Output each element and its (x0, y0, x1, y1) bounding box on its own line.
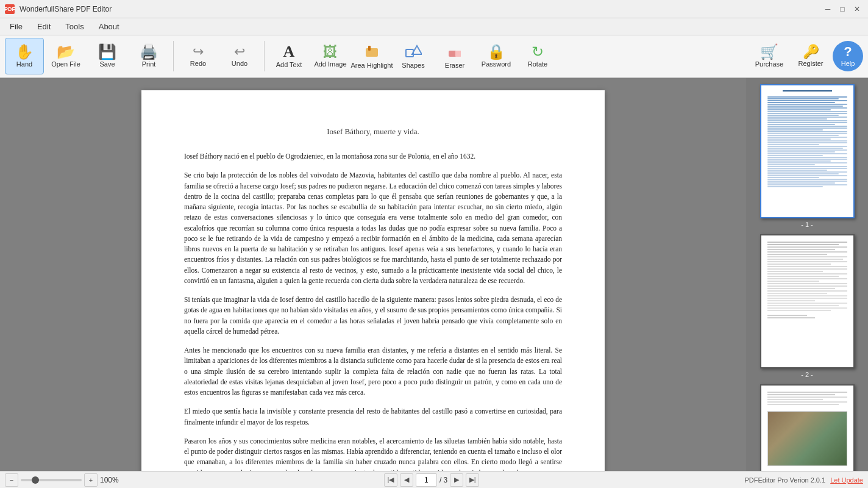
undo-icon: ↩ (234, 45, 245, 59)
print-icon: 🖨️ (140, 45, 158, 59)
password-icon: 🔒 (487, 45, 505, 59)
shapes-label: Shapes (402, 62, 424, 69)
shapes-button[interactable]: Shapes (394, 38, 433, 74)
zoom-percent: 100% (100, 476, 119, 484)
zoom-controls: − + 100% (5, 473, 119, 487)
pdf-viewer[interactable]: Iosef Báthory, muerte y vida. Iosef Báth… (0, 78, 746, 471)
menu-bar: File Edit Tools About (0, 18, 868, 35)
window-controls: ─ □ ✕ (822, 3, 863, 15)
undo-label: Undo (232, 60, 247, 67)
save-label: Save (99, 60, 115, 68)
next-page-button[interactable]: ▶ (450, 473, 463, 487)
thumb-content-2 (761, 235, 853, 367)
hand-tool-button[interactable]: ✋ Hand (5, 38, 44, 74)
help-button[interactable]: ? Help (833, 41, 863, 71)
thumb-illustration (767, 411, 847, 466)
thumbnail-page-1[interactable] (760, 84, 855, 218)
redo-icon: ↪ (193, 45, 204, 59)
thumb-label-2: - 2 - (801, 371, 813, 378)
page-navigation: |◀ ◀ / 3 ▶ ▶| (384, 473, 479, 487)
password-label: Password (482, 60, 511, 68)
purchase-button[interactable]: 🛒 Purchase (750, 38, 789, 74)
save-button[interactable]: 💾 Save (88, 38, 127, 74)
toolbar-separator-2 (264, 41, 265, 71)
menu-file[interactable]: File (2, 20, 30, 34)
eraser-button[interactable]: Eraser (435, 38, 474, 74)
toolbar: ✋ Hand 📂 Open File 💾 Save 🖨️ Print ↪ Red… (0, 35, 868, 78)
thumb-label-1: - 1 - (801, 221, 813, 228)
app-version: PDFEditor Pro Verion 2.0.1 (744, 476, 825, 484)
zoom-in-button[interactable]: + (84, 473, 98, 487)
purchase-icon: 🛒 (760, 45, 778, 59)
help-icon: ? (844, 45, 852, 59)
app-title: WonderfullShare PDF Editor (20, 5, 112, 13)
title-bar: PDF WonderfullShare PDF Editor ─ □ ✕ (0, 0, 868, 18)
thumbnail-panel[interactable]: - 1 - (746, 78, 868, 471)
area-highlight-icon (363, 43, 380, 60)
undo-button[interactable]: ↩ Undo (220, 38, 259, 74)
rotate-icon: ↻ (532, 45, 544, 59)
register-button[interactable]: 🔑 Register (791, 38, 830, 74)
eraser-label: Eraser (445, 62, 464, 69)
add-text-button[interactable]: A Add Text (269, 38, 308, 74)
last-page-button[interactable]: ▶| (466, 473, 479, 487)
add-text-label: Add Text (276, 61, 302, 68)
area-highlight-button[interactable]: Area Highlight (352, 38, 391, 74)
svg-rect-5 (455, 51, 461, 57)
area-highlight-label: Area Highlight (350, 62, 393, 69)
total-pages: / 3 (439, 476, 447, 484)
update-link[interactable]: Let Update (830, 476, 863, 484)
menu-tools[interactable]: Tools (58, 20, 91, 34)
purchase-label: Purchase (755, 60, 783, 68)
zoom-slider[interactable] (21, 479, 82, 481)
thumbnail-page-2[interactable] (760, 234, 855, 368)
save-icon: 💾 (98, 45, 116, 59)
print-label: Print (142, 60, 156, 68)
first-page-button[interactable]: |◀ (384, 473, 397, 487)
redo-button[interactable]: ↪ Redo (179, 38, 218, 74)
minimize-button[interactable]: ─ (822, 3, 834, 15)
help-label: Help (841, 60, 855, 67)
menu-about[interactable]: About (91, 20, 127, 34)
pdf-para-2: Se crio bajo la protección de los nobles… (184, 170, 562, 286)
eraser-icon (446, 43, 463, 60)
thumb-content-1 (761, 85, 853, 217)
password-button[interactable]: 🔒 Password (477, 38, 516, 74)
menu-edit[interactable]: Edit (30, 20, 58, 34)
pdf-page-1: Iosef Báthory, muerte y vida. Iosef Báth… (141, 90, 605, 471)
add-image-label: Add Image (314, 60, 346, 68)
close-button[interactable]: ✕ (851, 3, 863, 15)
pdf-para-1: Iosef Báthory nació en el pueblo de Ogro… (184, 151, 562, 162)
pdf-para-4: Antes he mencionado que los encuentros c… (184, 345, 562, 398)
register-icon: 🔑 (803, 45, 819, 59)
open-file-label: Open File (51, 60, 80, 68)
pdf-para-6: Pasaron los años y sus conocimientos sob… (184, 436, 562, 471)
hand-icon: ✋ (15, 45, 34, 59)
hand-label: Hand (16, 60, 32, 68)
print-button[interactable]: 🖨️ Print (129, 38, 168, 74)
thumbnail-1[interactable]: - 1 - (760, 84, 855, 228)
add-image-button[interactable]: 🖼 Add Image (311, 38, 350, 74)
thumbnail-page-3[interactable] (760, 384, 855, 471)
maximize-button[interactable]: □ (836, 3, 848, 15)
shapes-icon (405, 43, 422, 60)
current-page-input[interactable] (416, 473, 437, 487)
svg-rect-0 (366, 48, 378, 57)
main-content: Iosef Báthory, muerte y vida. Iosef Báth… (0, 78, 868, 471)
open-file-button[interactable]: 📂 Open File (46, 38, 85, 74)
add-image-icon: 🖼 (323, 45, 338, 59)
add-text-icon: A (283, 44, 295, 60)
rotate-label: Rotate (528, 60, 547, 68)
rotate-button[interactable]: ↻ Rotate (518, 38, 557, 74)
redo-label: Redo (190, 60, 206, 67)
title-bar-left: PDF WonderfullShare PDF Editor (5, 4, 112, 14)
thumbnail-2[interactable]: - 2 - (760, 234, 855, 378)
zoom-out-button[interactable]: − (5, 473, 18, 487)
pdf-para-5: El miedo que sentía hacia la invisible y… (184, 406, 562, 428)
prev-page-button[interactable]: ◀ (400, 473, 413, 487)
app-icon: PDF (5, 4, 15, 14)
thumbnail-3[interactable]: - 3 - (760, 384, 855, 471)
status-bar: − + 100% |◀ ◀ / 3 ▶ ▶| PDFEditor Pro Ver… (0, 471, 868, 488)
register-label: Register (799, 60, 824, 67)
toolbar-separator-1 (173, 41, 174, 71)
